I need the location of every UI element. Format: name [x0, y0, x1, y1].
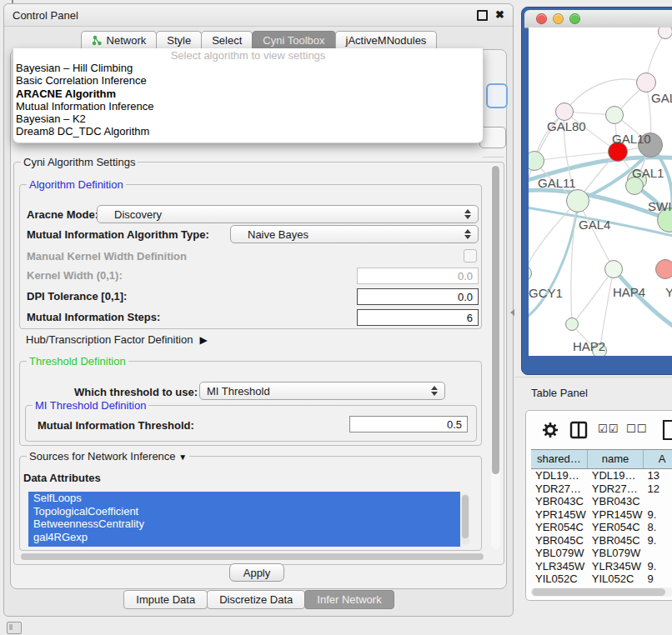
table-cell: YBL079W	[588, 547, 644, 560]
scrollbar-thumb[interactable]	[492, 166, 499, 474]
collapsed-panel-icon[interactable]	[7, 622, 22, 634]
table-row[interactable]: YBR043CYBR043C	[531, 495, 672, 508]
select-all-columns-icon[interactable]: ☑☑	[598, 422, 619, 435]
algorithm-option-bayesian-hill-climbing[interactable]: Bayesian – Hill Climbing	[13, 62, 483, 74]
table-row[interactable]: YBL079WYBL079W	[531, 547, 672, 560]
network-node[interactable]	[604, 260, 623, 278]
threshold-definition-title: Threshold Definition	[27, 355, 128, 368]
network-node[interactable]	[566, 189, 589, 212]
table-cell: YIL052C	[588, 572, 644, 586]
tab-select[interactable]: Select	[201, 31, 253, 49]
network-node-label: GAL1	[632, 166, 664, 180]
split-columns-icon[interactable]	[569, 421, 588, 439]
new-column-icon[interactable]	[662, 419, 672, 441]
network-canvas[interactable]: GALGAL80GAL10GAL1GAL11SWI4GAL4GCY1HAP4YH…	[529, 28, 672, 356]
tab-network[interactable]: Network	[81, 31, 158, 49]
aracne-mode-label: Aracne Mode:	[27, 208, 98, 221]
tab-jactivemnodules[interactable]: jActiveMNodules	[335, 31, 438, 49]
algorithm-option-mutual-information-inference[interactable]: Mutual Information Inference	[13, 100, 483, 112]
table-horizontal-scrollbar[interactable]	[531, 588, 672, 597]
sources-title: Sources for Network Inference	[29, 450, 176, 462]
tab-cyni-toolbox[interactable]: Cyni Toolbox	[252, 31, 335, 49]
hidden-group-border	[483, 157, 504, 158]
algorithm-option-aracne-algorithm[interactable]: ARACNE Algorithm	[13, 88, 483, 100]
tab-label: jActiveMNodules	[346, 32, 427, 49]
sources-toggle[interactable]: Sources for Network Inference ▼	[27, 450, 189, 463]
refresh-button-partial[interactable]	[486, 83, 508, 108]
table-cell: YBR045C	[531, 534, 588, 548]
apply-button[interactable]: Apply	[229, 563, 284, 582]
attribute-item-topologicalcoefficient[interactable]: TopologicalCoefficient	[28, 505, 460, 518]
table-row[interactable]: YIL052CYIL052C9	[531, 572, 672, 586]
network-node[interactable]	[636, 72, 656, 92]
table-cell: YDR27…	[531, 482, 588, 496]
table-cell: YBR043C	[531, 495, 588, 508]
tab-label: Network	[107, 32, 147, 49]
float-window-icon[interactable]	[477, 10, 488, 21]
table-body: YDL19…YDL19…13YDR27…YDR27…12YBR043CYBR04…	[531, 469, 672, 586]
cyni-algorithm-settings-group: Cyni Algorithm Settings Algorithm Defini…	[13, 162, 504, 565]
hub-definition-toggle[interactable]: Hub/Transcription Factor Definition ▶	[26, 333, 208, 346]
traffic-minimize-button[interactable]	[553, 13, 564, 24]
scrollbar-thumb[interactable]	[462, 495, 469, 538]
table-row[interactable]: YDL19…YDL19…13	[531, 469, 672, 482]
table-cell: YPR145W	[588, 508, 644, 522]
mi-threshold-field[interactable]: 0.5	[349, 416, 468, 432]
tab-style[interactable]: Style	[156, 31, 202, 49]
algorithm-option-dream8-dc-tdc-algorithm[interactable]: Dream8 DC_TDC Algorithm	[13, 125, 483, 138]
network-node-label: GCY1	[529, 286, 563, 300]
close-panel-icon[interactable]: ✖	[495, 10, 504, 20]
column-header-name[interactable]: name	[588, 450, 644, 468]
mi-algorithm-type-select[interactable]: Naive Bayes	[230, 225, 479, 243]
attribute-item-betweennesscentrality[interactable]: BetweennessCentrality	[28, 518, 460, 531]
table-cell: 9	[644, 572, 672, 586]
tab-impute-data[interactable]: Impute Data	[123, 590, 208, 609]
network-node[interactable]	[565, 318, 579, 331]
traffic-close-button[interactable]	[536, 13, 547, 24]
tab-discretize-data[interactable]: Discretize Data	[207, 590, 305, 609]
column-header-a[interactable]: A	[644, 450, 672, 468]
kernel-width-field[interactable]: 0.0	[357, 268, 479, 284]
table-cell	[644, 495, 672, 508]
algorithm-option-basic-correlation-inference[interactable]: Basic Correlation Inference	[13, 74, 483, 87]
column-header-shared-[interactable]: shared…	[531, 450, 588, 468]
stepper-icon	[464, 229, 471, 239]
tab-infer-network[interactable]: Infer Network	[304, 590, 394, 609]
traffic-zoom-button[interactable]	[569, 13, 580, 24]
table-cell: YBL079W	[531, 547, 588, 560]
dpi-tolerance-field[interactable]: 0.0	[357, 288, 479, 305]
network-node-label: HAP2	[573, 339, 605, 353]
table-cell: 13	[644, 469, 672, 482]
data-attributes-list[interactable]: SelfLoopsTopologicalCoefficientBetweenne…	[28, 492, 460, 547]
table-row[interactable]: YPR145WYPR145W9.	[531, 508, 672, 522]
scrollbar-thumb[interactable]	[21, 553, 484, 560]
settings-vertical-scrollbar[interactable]	[491, 164, 500, 549]
attributes-scrollbar[interactable]	[461, 493, 469, 545]
network-node-label: Y	[665, 285, 672, 299]
scrollbar-thumb[interactable]	[532, 588, 665, 596]
algorithm-option-bayesian-k2[interactable]: Bayesian – K2	[13, 112, 483, 125]
control-panel-titlebar: Control Panel ✖	[4, 4, 513, 27]
mi-steps-field[interactable]: 6	[357, 309, 479, 326]
network-node[interactable]	[655, 259, 672, 279]
table-cell: YDL19…	[588, 469, 644, 482]
table-row[interactable]: YER054CYER054C8.	[531, 521, 672, 534]
aracne-mode-select[interactable]: Discovery	[97, 205, 479, 223]
unselect-all-columns-icon[interactable]: ☐☐	[626, 422, 647, 435]
settings-horizontal-scrollbar[interactable]	[19, 552, 487, 561]
split-pane-handle[interactable]	[510, 309, 514, 316]
algorithm-definition-group: Algorithm Definition Aracne Mode: Discov…	[19, 184, 482, 329]
network-node[interactable]	[605, 106, 624, 124]
network-node[interactable]	[555, 102, 574, 121]
table-row[interactable]: YLR345WYLR345W9.	[531, 560, 672, 573]
table-row[interactable]: YBR045CYBR045C9.	[531, 534, 672, 548]
which-threshold-select[interactable]: MI Threshold	[199, 382, 445, 400]
gear-icon[interactable]	[543, 422, 558, 438]
aracne-mode-value: Discovery	[104, 208, 162, 221]
attribute-item-gal4rgexp[interactable]: gal4RGexp	[28, 531, 460, 544]
manual-kernel-checkbox[interactable]	[464, 249, 477, 262]
table-cell: 12	[644, 482, 672, 496]
attribute-item-selfloops[interactable]: SelfLoops	[28, 492, 460, 505]
table-row[interactable]: YDR27…YDR27…12	[531, 482, 672, 496]
network-node[interactable]	[658, 28, 672, 39]
